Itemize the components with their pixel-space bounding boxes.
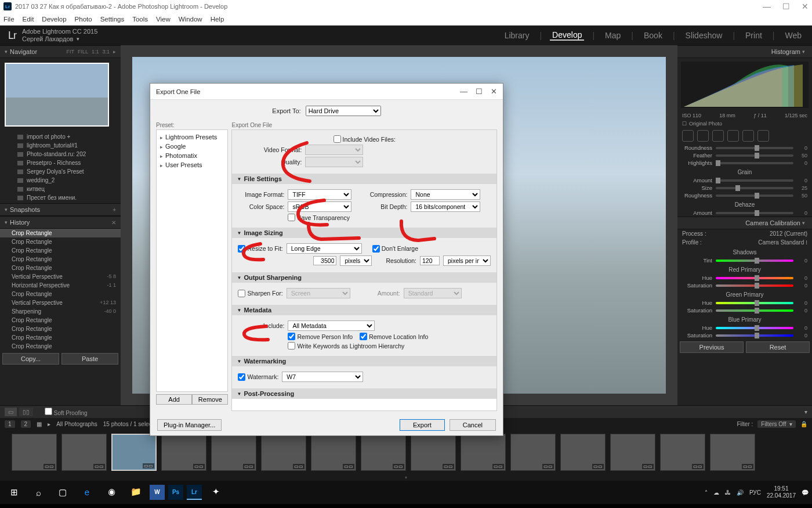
menu-view[interactable]: View	[156, 16, 171, 23]
reset-button[interactable]: Reset	[746, 341, 810, 353]
filmstrip-path[interactable]: All Photographs	[56, 421, 97, 427]
brush-tool-icon[interactable]	[757, 130, 769, 142]
cancel-button[interactable]: Cancel	[449, 419, 496, 431]
menu-photo[interactable]: Photo	[75, 16, 92, 23]
history-item[interactable]: Horizontal Perspective-1 1	[0, 281, 121, 290]
remove-loc-checkbox[interactable]	[360, 333, 367, 340]
preset-node[interactable]: User Presets	[157, 160, 227, 170]
resolution-unit-select[interactable]: pixels per inch	[443, 255, 491, 266]
filmstrip-thumb[interactable]: ▭▭	[161, 434, 206, 471]
size-input[interactable]	[313, 256, 336, 265]
dont-enlarge-checkbox[interactable]	[372, 245, 380, 253]
filmstrip-thumb[interactable]: ▭▭	[510, 434, 556, 471]
gradient-tool-icon[interactable]	[727, 130, 739, 142]
watermark-checkbox[interactable]	[238, 373, 245, 381]
preset-item[interactable]: import ot photo +	[0, 132, 121, 141]
crop-tool-icon[interactable]	[682, 130, 694, 142]
profile-value[interactable]: Camera Standard ⁞	[758, 239, 807, 246]
history-item[interactable]: Crop Rectangle	[0, 333, 121, 342]
preset-item[interactable]: Sergey Dolya's Preset	[0, 167, 121, 176]
snapshots-header[interactable]: ▾Snapshots+	[0, 203, 121, 216]
user-dropdown[interactable]: Сергей Лахардов	[22, 35, 97, 43]
roundness-slider[interactable]	[716, 147, 793, 149]
dehaze-slider[interactable]	[716, 212, 793, 214]
explorer-app-icon[interactable]: 📁	[125, 483, 146, 502]
menu-develop[interactable]: Develop	[42, 16, 66, 23]
spot-tool-icon[interactable]	[697, 130, 709, 142]
filmstrip-thumb[interactable]: ▭▭	[710, 434, 755, 471]
red-sat-slider[interactable]	[716, 284, 793, 287]
tray-volume-icon[interactable]: 🔊	[737, 489, 744, 496]
filmstrip-thumb[interactable]: ▭▭	[610, 434, 655, 471]
color-space-select[interactable]: sRGB	[288, 201, 351, 212]
start-button[interactable]: ⊞	[3, 483, 24, 502]
menu-edit[interactable]: Edit	[23, 16, 34, 23]
filmstrip-thumb[interactable]: ▭▭	[111, 434, 157, 471]
history-item[interactable]: Crop Rectangle	[0, 229, 121, 237]
history-item[interactable]: Crop Rectangle	[0, 246, 121, 255]
redeye-tool-icon[interactable]	[712, 130, 724, 142]
camera-calibration-header[interactable]: Camera Calibration ▾	[677, 217, 812, 229]
module-print[interactable]: Print	[743, 31, 764, 40]
preset-item[interactable]: Presetpro - Richness	[0, 158, 121, 167]
filmstrip-thumb[interactable]: ▭▭	[560, 434, 606, 471]
metadata-header[interactable]: ▼Metadata	[232, 305, 496, 315]
nav-3to1[interactable]: 3:1	[102, 49, 110, 55]
grain-amount-slider[interactable]	[716, 179, 793, 182]
search-icon[interactable]: ⌕	[28, 483, 49, 502]
preset-item[interactable]: Пресет без имени.	[0, 193, 121, 202]
add-preset-button[interactable]: Add	[156, 394, 192, 405]
navigator-thumbnail[interactable]	[5, 63, 109, 127]
dialog-close-icon[interactable]: ✕	[491, 87, 497, 96]
preset-item[interactable]: wedding_2	[0, 176, 121, 185]
tray-notifications-icon[interactable]: 💬	[802, 489, 809, 496]
minimize-button[interactable]: —	[763, 2, 771, 11]
photoshop-app-icon[interactable]: Ps	[168, 485, 183, 500]
grain-roughness-slider[interactable]	[716, 194, 793, 197]
blue-hue-slider[interactable]	[716, 327, 793, 329]
grain-size-slider[interactable]	[716, 187, 793, 189]
filter-lock-icon[interactable]: 🔒	[800, 421, 807, 427]
filmstrip-thumb[interactable]: ▭▭	[361, 434, 406, 471]
filmstrip[interactable]: ▭▭ ▭▭ ▭▭ ▭▭ ▭▭ ▭▭ ▭▭ ▭▭ ▭▭ ▭▭ ▭▭ ▭▭ ▭▭ ▭…	[0, 430, 812, 475]
module-map[interactable]: Map	[603, 31, 623, 40]
remove-preset-button[interactable]: Remove	[192, 394, 228, 405]
lightroom-app-icon[interactable]: Lr	[187, 485, 202, 500]
preset-node[interactable]: Lightroom Presets	[157, 132, 227, 142]
loupe-view-icon[interactable]: ▭	[5, 408, 17, 416]
word-app-icon[interactable]: W	[150, 485, 165, 500]
original-photo-checkbox[interactable]: ☐Original Photo	[677, 120, 812, 128]
filmstrip-thumb[interactable]: ▭▭	[411, 434, 456, 471]
paste-button[interactable]: Paste	[61, 353, 118, 365]
menu-window[interactable]: Window	[179, 16, 202, 23]
preset-node[interactable]: Google	[157, 142, 227, 151]
feather-slider[interactable]	[716, 154, 793, 157]
close-button[interactable]: ✕	[802, 2, 809, 11]
image-sizing-header[interactable]: ▼Image Sizing	[232, 228, 496, 238]
preset-node[interactable]: Photomatix	[157, 151, 227, 160]
filmstrip-thumb[interactable]: ▭▭	[211, 434, 256, 471]
history-item[interactable]: Vertical Perspective+12 13	[0, 298, 121, 307]
plugin-manager-button[interactable]: Plug-in Manager...	[157, 419, 222, 431]
menu-file[interactable]: File	[3, 16, 14, 23]
resize-select[interactable]: Long Edge	[287, 243, 362, 254]
tray-clock[interactable]: 19:5122.04.2017	[767, 485, 796, 499]
history-item[interactable]: Crop Rectangle	[0, 325, 121, 333]
maximize-button[interactable]: ☐	[782, 2, 790, 11]
navigator-header[interactable]: ▾Navigator FIT FILL 1:1 3:1 ▸	[0, 45, 121, 58]
history-item[interactable]: Crop Rectangle	[0, 290, 121, 298]
red-hue-slider[interactable]	[716, 277, 793, 279]
module-slideshow[interactable]: Slideshow	[683, 31, 725, 40]
preset-item[interactable]: китвец	[0, 185, 121, 193]
save-transparency-checkbox[interactable]	[288, 214, 295, 221]
image-format-select[interactable]: TIFF	[288, 189, 351, 200]
monitor-1-button[interactable]: 1	[5, 420, 15, 428]
chrome-app-icon[interactable]: ◉	[101, 483, 122, 502]
history-item[interactable]: Crop Rectangle	[0, 342, 121, 351]
module-library[interactable]: Library	[502, 31, 532, 40]
tint-slider[interactable]	[716, 260, 793, 262]
previous-button[interactable]: Previous	[680, 341, 744, 353]
tray-cloud-icon[interactable]: ☁	[713, 489, 719, 496]
bit-depth-select[interactable]: 16 bits/component	[411, 201, 480, 212]
process-value[interactable]: 2012 (Current)	[770, 230, 807, 237]
